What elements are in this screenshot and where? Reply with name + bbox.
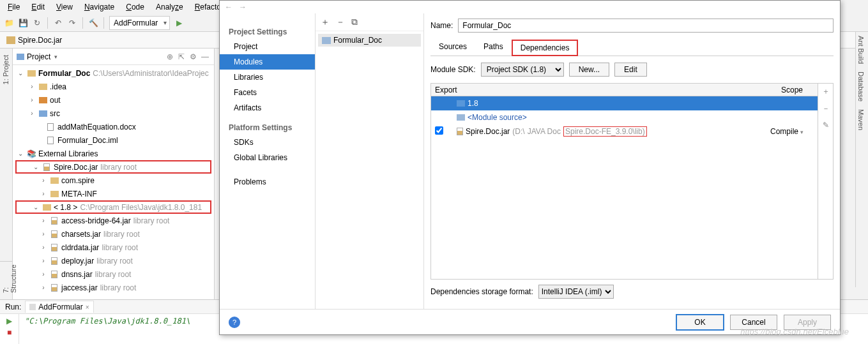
module-name-input[interactable] [458, 19, 834, 33]
remove-icon[interactable]: － [336, 17, 345, 28]
sdk-select[interactable]: Project SDK (1.8) [481, 63, 564, 77]
new-sdk-button[interactable]: New... [569, 63, 609, 77]
stop-icon[interactable]: ■ [7, 328, 11, 337]
tree-root[interactable]: Formular_Doc [38, 69, 90, 78]
back-icon[interactable]: ← [225, 3, 232, 11]
remove-dep-icon[interactable]: － [822, 103, 830, 114]
sdk-label: Module SDK: [430, 65, 476, 74]
col-export: Export [431, 86, 457, 94]
tree-jar[interactable]: deploy.jar [61, 257, 94, 265]
tab-project-vertical[interactable]: 1: Project [2, 55, 10, 84]
scope-combo[interactable]: Compile ▾ [766, 127, 818, 136]
add-icon[interactable]: ＋ [321, 17, 330, 28]
module-detail-panel: Name: Sources Paths Dependencies Module … [424, 13, 840, 309]
run-tab[interactable]: AddFormular × [25, 301, 93, 313]
run-label: Run: [5, 303, 21, 311]
build-icon[interactable]: 🔨 [88, 18, 98, 28]
tree-docx[interactable]: addMathEquation.docx [57, 123, 136, 131]
menu-navigate[interactable]: Navigate [79, 1, 119, 13]
cat-project[interactable]: Project [220, 39, 315, 54]
ok-button[interactable]: OK [676, 315, 724, 330]
breadcrumb-text: Spire.Doc.jar [18, 36, 62, 45]
col-scope: Scope [766, 86, 818, 94]
storage-select[interactable]: IntelliJ IDEA (.iml) [538, 285, 614, 299]
rerun-icon[interactable]: ▶ [6, 317, 12, 325]
dep-row-module-source[interactable]: <Module source> [431, 110, 818, 124]
menu-code[interactable]: Code [121, 1, 149, 13]
tree-jdk[interactable]: < 1.8 > [54, 203, 77, 212]
watermark: https://blog.csdn.net/Eiceblue [740, 327, 849, 336]
help-icon[interactable]: ? [229, 317, 240, 328]
dep-row-spire-jar[interactable]: Spire.Doc.jar (D:\ JAVA Doc Spire.Doc-FE… [431, 124, 818, 138]
project-structure-dialog: ← → Project Settings Project Modules Lib… [219, 0, 841, 335]
project-view-selector[interactable]: Project [17, 52, 57, 61]
module-icon [322, 37, 331, 44]
tree-spire-jar[interactable]: Spire.Doc.jar [54, 163, 98, 172]
tree-jar[interactable]: access-bridge-64.jar [61, 216, 131, 225]
tree-metainf[interactable]: META-INF [61, 190, 97, 198]
module-item[interactable]: Formular_Doc [318, 34, 421, 47]
module-list-panel: ＋ － ⧉ Formular_Doc [316, 13, 424, 309]
copy-icon[interactable]: ⧉ [351, 17, 358, 27]
tree-jar[interactable]: dnsns.jar [61, 270, 93, 279]
dep-row-sdk[interactable]: 1.8 [431, 96, 818, 110]
tree-iml[interactable]: Formular_Doc.iml [57, 136, 118, 145]
cat-sdks[interactable]: SDKs [220, 135, 315, 150]
hide-icon[interactable]: — [201, 52, 210, 61]
edit-dep-icon[interactable]: ✎ [823, 121, 829, 130]
tree-com-spire[interactable]: com.spire [61, 176, 95, 185]
tree-out[interactable]: out [50, 96, 61, 105]
menu-file[interactable]: File [3, 1, 25, 13]
scroll-from-source-icon[interactable]: ⊕ [167, 52, 176, 61]
tab-database[interactable]: Database [856, 68, 866, 105]
tree-external-libraries[interactable]: External Libraries [38, 149, 98, 158]
run-icon[interactable]: ▶ [174, 18, 184, 28]
cat-facets[interactable]: Facets [220, 85, 315, 100]
tab-sources[interactable]: Sources [430, 39, 475, 56]
export-checkbox[interactable] [435, 126, 443, 135]
open-icon[interactable]: 📁 [4, 18, 14, 28]
run-config-combo[interactable]: AddFormular [109, 16, 170, 30]
sync-icon[interactable]: ↻ [32, 18, 42, 28]
add-dep-icon[interactable]: ＋ [822, 86, 830, 97]
cat-modules[interactable]: Modules [220, 54, 315, 70]
settings-category-list: Project Settings Project Modules Librari… [220, 13, 316, 309]
tree-jar[interactable]: charsets.jar [61, 230, 101, 239]
tab-paths[interactable]: Paths [475, 39, 512, 56]
undo-icon[interactable]: ↶ [53, 18, 63, 28]
jar-icon [457, 128, 463, 135]
tab-structure-vertical[interactable]: 7: Structure [2, 262, 17, 293]
project-tool-window: Project ⊕ ⇱ ⚙ — ⌄Formular_DocC:\Users\Ad… [13, 49, 215, 299]
cat-problems[interactable]: Problems [220, 174, 315, 190]
collapse-icon[interactable]: ⇱ [178, 52, 187, 61]
redo-icon[interactable]: ↷ [67, 18, 77, 28]
save-icon[interactable]: 💾 [18, 18, 28, 28]
cat-artifacts[interactable]: Artifacts [220, 100, 315, 116]
cat-global-libs[interactable]: Global Libraries [220, 150, 315, 165]
run-gutter: ▶ ■ [0, 314, 19, 344]
menu-view[interactable]: View [51, 1, 78, 13]
close-icon[interactable]: × [86, 304, 89, 311]
name-label: Name: [430, 21, 453, 30]
cat-libraries[interactable]: Libraries [220, 70, 315, 85]
settings-icon[interactable]: ⚙ [190, 52, 199, 61]
tree-jar[interactable]: jaccess.jar [61, 283, 98, 292]
forward-icon[interactable]: → [239, 3, 247, 11]
project-tree[interactable]: ⌄Formular_DocC:\Users\Administrator\Idea… [13, 65, 214, 299]
menu-analyze[interactable]: Analyze [151, 1, 188, 13]
folder-icon [6, 36, 15, 44]
module-tabs: Sources Paths Dependencies [430, 39, 834, 56]
tab-dependencies[interactable]: Dependencies [512, 40, 579, 56]
storage-label: Dependencies storage format: [430, 287, 533, 296]
tree-jar[interactable]: cldrdata.jar [61, 243, 99, 252]
right-gutter: Ant Build Database Maven [855, 32, 868, 287]
tab-maven[interactable]: Maven [856, 105, 866, 134]
tab-ant[interactable]: Ant Build [856, 32, 866, 68]
menu-edit[interactable]: Edit [26, 1, 50, 13]
tree-src[interactable]: src [50, 109, 60, 118]
tree-idea[interactable]: .idea [50, 82, 66, 91]
edit-sdk-button[interactable]: Edit [614, 63, 647, 77]
dependencies-table: Export Scope 1.8 <Module source> [430, 83, 834, 280]
